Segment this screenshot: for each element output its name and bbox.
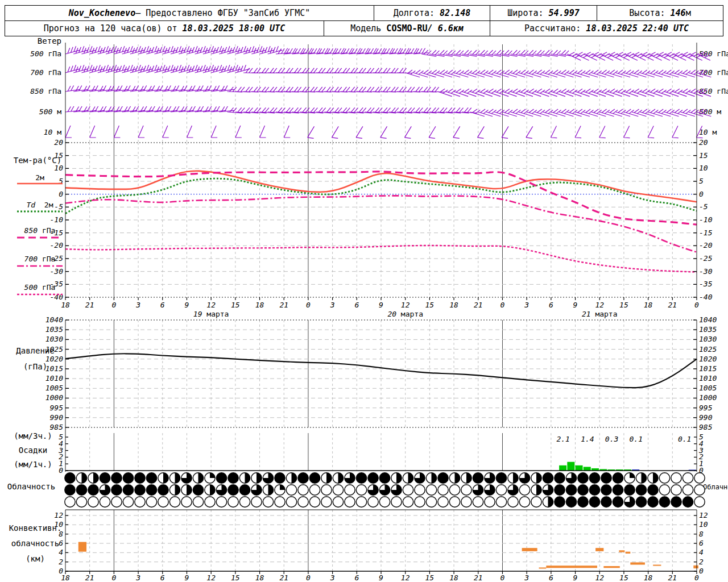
svg-text:-20: -20 [699, 241, 713, 250]
svg-text:0.1: 0.1 [630, 435, 643, 443]
svg-text:700 гПа: 700 гПа [699, 68, 728, 77]
svg-text:0.3: 0.3 [605, 435, 618, 443]
svg-text:18: 18 [644, 573, 653, 582]
computed-time: 18.03.2025 22:40 UTC [586, 23, 689, 34]
svg-text:0: 0 [699, 190, 704, 198]
svg-text:1000: 1000 [699, 393, 717, 402]
time-axis: 1821036912151821036912151821036912151821… [61, 297, 699, 318]
svg-text:8: 8 [699, 530, 704, 538]
svg-text:6: 6 [160, 573, 165, 582]
svg-text:4: 4 [59, 548, 63, 556]
svg-text:12: 12 [401, 573, 410, 582]
svg-text:0: 0 [306, 301, 311, 309]
svg-text:4: 4 [699, 548, 704, 556]
svg-text:1010: 1010 [699, 374, 717, 383]
svg-text:(мм/3ч.): (мм/3ч.) [14, 431, 52, 440]
provider-text: — Предоставлено ФГБУ "ЗапСиб УГМС" [135, 8, 310, 18]
svg-text:2.1: 2.1 [556, 435, 569, 443]
svg-text:1040: 1040 [699, 315, 717, 324]
header-row-1: Nov_Kochenevo — Предоставлено ФГБУ "ЗапС… [5, 6, 723, 20]
svg-text:1025: 1025 [699, 345, 717, 354]
svg-text:12: 12 [595, 573, 604, 582]
svg-text:1000: 1000 [46, 393, 63, 402]
svg-text:(гПа): (гПа) [23, 362, 47, 371]
svg-text:15: 15 [231, 573, 240, 582]
svg-text:1005: 1005 [46, 384, 63, 392]
svg-text:985: 985 [699, 423, 713, 431]
svg-text:21 марта: 21 марта [582, 310, 618, 318]
height-unit: м [686, 8, 691, 18]
svg-text:10: 10 [54, 520, 63, 529]
svg-text:700 гПа: 700 гПа [30, 68, 61, 77]
svg-text:10 м: 10 м [699, 128, 717, 136]
svg-text:15: 15 [231, 301, 240, 309]
svg-text:500 гПа: 500 гПа [30, 49, 61, 58]
svg-text:0: 0 [111, 301, 116, 309]
svg-text:12: 12 [206, 573, 216, 582]
svg-text:-10: -10 [50, 215, 64, 224]
height-cell: Высота:146м [597, 6, 723, 20]
wind-panel: Ветер500 гПа500 гПа700 гПа700 гПа850 гПа… [30, 36, 728, 138]
svg-text:18: 18 [449, 301, 458, 309]
svg-text:18: 18 [449, 573, 458, 582]
svg-text:-5: -5 [699, 202, 708, 211]
header-row-2: Прогноз на 120 часа(ов) от18.03.2025 18:… [5, 20, 723, 36]
meteogram-chart: Ветер500 гПа500 гПа700 гПа700 гПа850 гПа… [0, 0, 728, 582]
svg-text:18: 18 [61, 573, 70, 582]
svg-text:0: 0 [699, 567, 704, 575]
svg-text:-30: -30 [50, 267, 64, 276]
svg-text:0: 0 [500, 573, 505, 582]
svg-text:500 гПа: 500 гПа [24, 283, 56, 292]
svg-text:6: 6 [160, 301, 165, 309]
cloudiness-panel: ОблачностьОблачность [7, 473, 728, 507]
svg-text:500 гПа: 500 гПа [699, 49, 728, 58]
svg-text:12: 12 [699, 511, 708, 519]
svg-text:2: 2 [699, 558, 704, 566]
svg-text:10: 10 [54, 164, 63, 172]
svg-text:8: 8 [59, 530, 63, 538]
latitude-value: 54.997 [549, 8, 580, 18]
forecast-cell: Прогноз на 120 часа(ов) от18.03.2025 18:… [5, 21, 324, 36]
svg-text:0: 0 [694, 301, 699, 309]
svg-text:21: 21 [474, 301, 483, 309]
svg-text:15: 15 [619, 573, 628, 582]
svg-text:3: 3 [524, 573, 529, 582]
forecast-start-time: 18.03.2025 18:00 UTC [183, 23, 286, 34]
svg-text:0: 0 [59, 466, 63, 475]
svg-text:20: 20 [699, 138, 708, 147]
svg-text:3: 3 [330, 301, 335, 309]
svg-text:3: 3 [135, 301, 140, 309]
svg-text:Td 2м: Td 2м [27, 201, 53, 209]
svg-text:21: 21 [279, 301, 288, 309]
svg-text:20 марта: 20 марта [387, 310, 423, 318]
svg-text:15: 15 [699, 151, 708, 160]
svg-text:Облачность: Облачность [7, 482, 55, 491]
svg-text:0: 0 [306, 573, 311, 582]
svg-text:6: 6 [699, 539, 704, 547]
svg-text:облачность: облачность [11, 539, 59, 548]
svg-text:18: 18 [255, 301, 264, 309]
svg-text:9: 9 [185, 573, 189, 582]
height-label: Высота: [629, 8, 665, 18]
svg-text:(мм/1ч.): (мм/1ч.) [14, 460, 52, 469]
svg-text:990: 990 [699, 413, 713, 422]
svg-text:2м: 2м [35, 173, 44, 182]
svg-text:-5: -5 [54, 202, 63, 211]
svg-text:1035: 1035 [46, 325, 63, 334]
svg-text:10: 10 [699, 164, 708, 172]
svg-text:3: 3 [524, 301, 529, 309]
svg-text:-35: -35 [699, 280, 713, 288]
svg-text:-10: -10 [699, 215, 713, 224]
svg-text:0: 0 [694, 573, 699, 582]
svg-text:21: 21 [85, 301, 94, 309]
svg-text:1015: 1015 [699, 364, 717, 373]
svg-text:10 м: 10 м [44, 128, 61, 136]
longitude-cell: Долгота:82.148 [374, 6, 490, 20]
latitude-label: Широта: [507, 8, 543, 18]
svg-text:18: 18 [61, 301, 70, 309]
svg-text:(км): (км) [26, 554, 45, 563]
svg-text:500 м: 500 м [699, 107, 721, 116]
longitude-value: 82.148 [440, 8, 470, 18]
svg-text:21: 21 [474, 573, 483, 582]
station-cell: Nov_Kochenevo — Предоставлено ФГБУ "ЗапС… [5, 6, 374, 20]
